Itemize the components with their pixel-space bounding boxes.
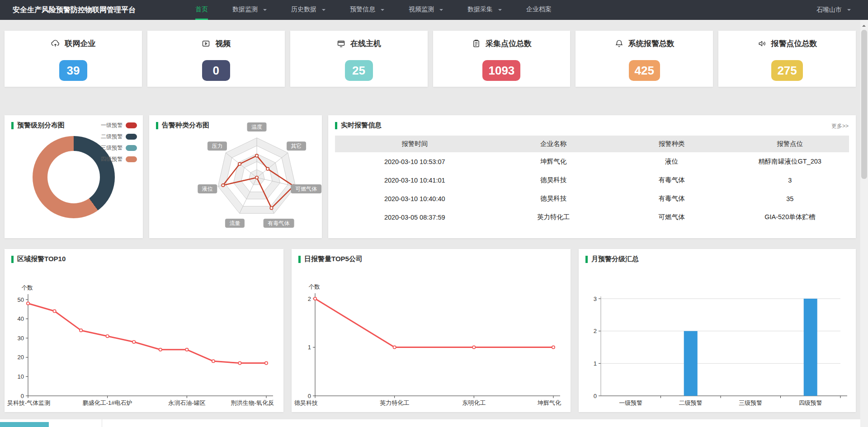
stat-card-system-alarm-total[interactable]: 系统报警总数425 bbox=[576, 31, 713, 87]
svg-text:二级预警: 二级预警 bbox=[679, 399, 703, 406]
stat-value-badge: 425 bbox=[629, 60, 660, 81]
legend-swatch bbox=[126, 145, 137, 151]
stat-card-connected-enterprises[interactable]: 联网企业39 bbox=[5, 31, 142, 87]
svg-text:30: 30 bbox=[18, 335, 24, 342]
stat-cards: 联网企业39视频0在线主机25采集点位总数1093系统报警总数425报警点位总数… bbox=[5, 31, 856, 87]
stat-label: 采集点位总数 bbox=[486, 38, 532, 49]
speaker-icon bbox=[757, 39, 767, 48]
nav-item-history-data[interactable]: 历史数据 bbox=[279, 0, 338, 20]
next-section-peek bbox=[0, 419, 860, 427]
more-link[interactable]: 更多>> bbox=[831, 122, 849, 130]
stat-card-collect-points-total[interactable]: 采集点位总数1093 bbox=[433, 31, 571, 87]
nav-menu: 首页数据监测历史数据预警信息视频监测数据采集企业档案 bbox=[183, 0, 564, 20]
legend-label: 二级预警 bbox=[101, 133, 123, 141]
table-cell: 2020-03-05 08:37:59 bbox=[335, 208, 494, 226]
donut-hole bbox=[47, 151, 100, 203]
title-accent-bar bbox=[11, 256, 14, 263]
legend-label: 三级预警 bbox=[101, 144, 123, 152]
svg-text:永润石油-罐区: 永润石油-罐区 bbox=[168, 399, 205, 406]
svg-text:其它: 其它 bbox=[291, 143, 302, 149]
svg-text:坤辉气化: 坤辉气化 bbox=[537, 399, 561, 406]
table-cell: 2020-03-10 10:41:01 bbox=[335, 171, 494, 189]
stat-value-badge: 0 bbox=[202, 60, 230, 81]
warning-level-panel: 预警级别分布图 一级预警二级预警三级预警四级预警 bbox=[5, 115, 143, 238]
page-scrollbar[interactable] bbox=[860, 20, 868, 427]
nav-item-data-collect[interactable]: 数据采集 bbox=[455, 0, 514, 20]
stat-card-videos[interactable]: 视频0 bbox=[147, 31, 285, 87]
svg-text:2: 2 bbox=[594, 328, 597, 334]
table-cell: 精醇南罐液位GT_203 bbox=[731, 152, 849, 171]
stat-value-badge: 1093 bbox=[482, 60, 520, 81]
table-cell: 有毒气体 bbox=[613, 171, 731, 189]
stat-label: 系统报警总数 bbox=[628, 38, 675, 49]
nav-item-label: 首页 bbox=[195, 0, 208, 20]
nav-item-data-monitor[interactable]: 数据监测 bbox=[220, 0, 279, 20]
table-row[interactable]: 2020-03-10 10:40:40德昊科技有毒气体35 bbox=[335, 189, 849, 208]
legend-label: 一级预警 bbox=[101, 122, 123, 129]
radar-axis-label-有毒气体: 有毒气体 bbox=[264, 219, 294, 228]
donut-legend: 一级预警二级预警三级预警四级预警 bbox=[101, 122, 137, 167]
chevron-down-icon bbox=[263, 9, 267, 13]
region-label: 石嘴山市 bbox=[816, 6, 842, 14]
panel-title-text: 实时报警信息 bbox=[341, 121, 382, 130]
stat-label: 在线主机 bbox=[350, 38, 381, 49]
legend-swatch bbox=[126, 122, 137, 128]
cloud-upload-icon bbox=[51, 39, 60, 48]
region-selector[interactable]: 石嘴山市 bbox=[816, 0, 868, 20]
next-section-accent bbox=[0, 422, 49, 427]
svg-text:四级预警: 四级预警 bbox=[799, 399, 822, 406]
panel-title: 预警级别分布图 bbox=[11, 121, 65, 130]
column-header: 企业名称 bbox=[494, 136, 613, 152]
stat-card-alarm-points-total[interactable]: 报警点位总数275 bbox=[718, 31, 856, 87]
panel-title-text: 区域报警TOP10 bbox=[17, 255, 66, 263]
radar-axis-label-压力: 压力 bbox=[208, 141, 227, 150]
middle-row: 预警级别分布图 一级预警二级预警三级预警四级预警 温度其它可燃气体有毒气体流量液… bbox=[5, 115, 856, 238]
scroll-up-arrow-icon[interactable] bbox=[862, 23, 866, 27]
radar-axis-label-其它: 其它 bbox=[287, 141, 306, 150]
table-row[interactable]: 2020-03-05 08:37:59英力特化工可燃气体GIA-520单体贮槽 bbox=[335, 208, 849, 226]
table-header-row: 报警时间企业名称报警种类报警点位 bbox=[335, 136, 849, 152]
legend-item-一级预警[interactable]: 一级预警 bbox=[101, 122, 137, 129]
stat-card-online-hosts[interactable]: 在线主机25 bbox=[290, 31, 428, 87]
chevron-down-icon bbox=[381, 9, 384, 13]
table-cell: 3 bbox=[731, 171, 849, 189]
monthly-summary-bar-chart: 0123一级预警二级预警三级预警四级预警 bbox=[580, 272, 852, 410]
table-cell: GIA-520单体贮槽 bbox=[731, 208, 849, 226]
table-row[interactable]: 2020-03-10 10:41:01德昊科技有毒气体3 bbox=[335, 171, 849, 189]
radar-axis-label-液位: 液位 bbox=[198, 184, 217, 193]
svg-text:荆洪生物-氧化反: 荆洪生物-氧化反 bbox=[231, 399, 274, 406]
svg-text:10: 10 bbox=[18, 373, 24, 380]
column-header: 报警时间 bbox=[335, 136, 494, 152]
panel-title: 区域报警TOP10 bbox=[11, 255, 66, 263]
stat-card-header: 系统报警总数 bbox=[614, 38, 675, 49]
legend-item-三级预警[interactable]: 三级预警 bbox=[101, 144, 137, 152]
nav-item-label: 数据监测 bbox=[232, 0, 258, 20]
svg-text:3: 3 bbox=[594, 296, 597, 302]
svg-text:0: 0 bbox=[594, 393, 597, 399]
top-nav-bar: 安全生产风险预警防控物联网管理平台 首页数据监测历史数据预警信息视频监测数据采集… bbox=[0, 0, 868, 20]
column-header: 报警种类 bbox=[613, 136, 731, 152]
chevron-down-icon bbox=[439, 9, 443, 13]
stat-label: 报警点位总数 bbox=[771, 38, 817, 49]
nav-item-enterprise-archive[interactable]: 企业档案 bbox=[514, 0, 564, 20]
scrollbar-thumb[interactable] bbox=[861, 30, 867, 179]
title-accent-bar bbox=[585, 256, 588, 263]
panel-title-text: 日报警量TOP5公司 bbox=[304, 255, 363, 263]
table-row[interactable]: 2020-03-10 10:53:07坤辉气化液位精醇南罐液位GT_203 bbox=[335, 152, 849, 171]
panel-title-text: 月预警分级汇总 bbox=[591, 255, 639, 263]
panel-title: 月预警分级汇总 bbox=[585, 255, 639, 263]
legend-item-二级预警[interactable]: 二级预警 bbox=[101, 133, 137, 141]
table-cell: 德昊科技 bbox=[494, 189, 613, 208]
nav-item-warning-info[interactable]: 预警信息 bbox=[338, 0, 396, 20]
title-accent-bar bbox=[11, 122, 14, 129]
svg-text:东明化工: 东明化工 bbox=[462, 399, 486, 406]
daily-top5-line-chart: 个数012德昊科技英力特化工东明化工坤辉气化 bbox=[293, 272, 565, 410]
video-icon bbox=[201, 39, 211, 48]
chevron-down-icon bbox=[322, 9, 326, 13]
bell-icon bbox=[614, 39, 624, 48]
svg-text:一级预警: 一级预警 bbox=[619, 399, 642, 406]
nav-item-video-monitor[interactable]: 视频监测 bbox=[396, 0, 455, 20]
legend-item-四级预警[interactable]: 四级预警 bbox=[101, 155, 137, 163]
nav-item-home[interactable]: 首页 bbox=[183, 0, 220, 20]
panel-title: 日报警量TOP5公司 bbox=[298, 255, 363, 263]
